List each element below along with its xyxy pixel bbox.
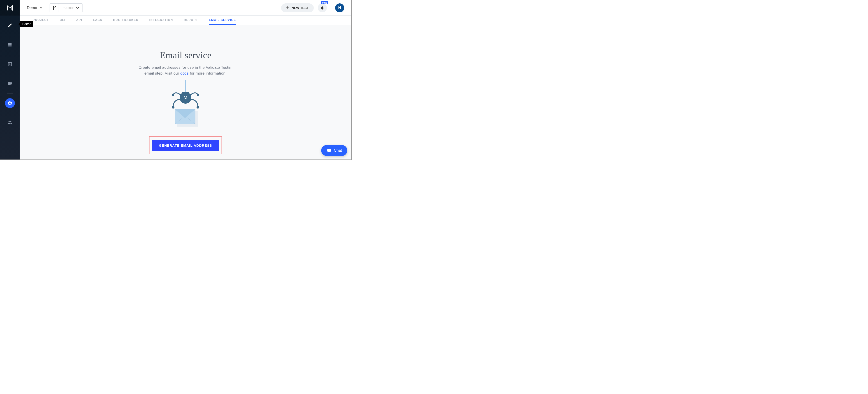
- branch-selector: master: [50, 3, 83, 12]
- sidebar-settings[interactable]: [5, 98, 15, 108]
- tab-bug-tracker[interactable]: BUG TRACKER: [113, 15, 138, 25]
- branch-dropdown[interactable]: master: [59, 6, 83, 10]
- svg-point-1: [11, 84, 11, 85]
- docs-link[interactable]: docs: [180, 71, 189, 75]
- svg-point-3: [55, 6, 56, 7]
- settings-tabs: PROJECTCLIAPILABSBUG TRACKERINTEGRATIONR…: [20, 15, 351, 25]
- branch-name: master: [62, 6, 73, 10]
- header-separator: [331, 4, 331, 12]
- tab-report[interactable]: REPORT: [184, 15, 198, 25]
- tab-email-service[interactable]: EMAIL SERVICE: [209, 15, 236, 25]
- main-area: Demo master NEW TEST 60%: [20, 0, 351, 160]
- new-test-label: NEW TEST: [292, 6, 309, 10]
- new-test-button[interactable]: NEW TEST: [281, 3, 314, 12]
- sidebar-team[interactable]: [5, 118, 15, 128]
- notification-badge: 60%: [321, 1, 328, 4]
- generate-email-button[interactable]: GENERATE EMAIL ADDRESS: [152, 140, 219, 151]
- project-name: Demo: [27, 6, 37, 10]
- tab-cli[interactable]: CLI: [60, 15, 65, 25]
- tab-labs[interactable]: LABS: [93, 15, 102, 25]
- svg-text:M: M: [183, 95, 188, 100]
- folder-gear-icon: [7, 81, 12, 86]
- bell-icon: [320, 6, 324, 10]
- svg-point-12: [182, 92, 184, 94]
- tab-project[interactable]: PROJECT: [33, 15, 49, 25]
- plus-icon: [286, 6, 289, 9]
- sidebar-runs[interactable]: [5, 59, 15, 69]
- svg-point-4: [53, 8, 54, 9]
- play-box-icon: [7, 62, 12, 67]
- svg-point-2: [53, 6, 54, 7]
- chevron-down-icon: [76, 6, 79, 9]
- notifications-button[interactable]: 60%: [318, 3, 327, 12]
- sidebar-separator-2: [7, 93, 13, 94]
- chat-button[interactable]: Chat: [321, 145, 347, 156]
- team-icon: [7, 120, 12, 125]
- chat-label: Chat: [334, 148, 342, 153]
- logo[interactable]: [0, 0, 20, 15]
- highlight-annotation: GENERATE EMAIL ADDRESS: [149, 136, 222, 154]
- user-avatar[interactable]: H: [335, 3, 344, 12]
- page-description: Create email addresses for use in the Va…: [138, 65, 232, 76]
- git-branch-icon: [53, 6, 56, 10]
- sidebar-tooltip: Editor: [20, 21, 33, 27]
- branch-icon-button[interactable]: [50, 3, 59, 12]
- tab-integration[interactable]: INTEGRATION: [149, 15, 173, 25]
- logo-icon: [6, 4, 14, 12]
- list-icon: [7, 42, 12, 47]
- svg-point-7: [197, 94, 199, 96]
- chevron-down-icon: [40, 6, 42, 9]
- tab-api[interactable]: API: [76, 15, 82, 25]
- svg-point-6: [172, 94, 174, 96]
- svg-point-13: [187, 92, 189, 94]
- pencil-icon: [7, 23, 12, 28]
- project-dropdown[interactable]: Demo: [27, 6, 42, 10]
- sidebar-folder-settings[interactable]: [5, 78, 15, 89]
- svg-point-9: [196, 106, 199, 108]
- top-header: Demo master NEW TEST 60%: [20, 0, 351, 15]
- svg-point-8: [172, 106, 175, 108]
- email-service-content: Email service Create email addresses for…: [20, 25, 351, 160]
- gear-icon: [7, 101, 12, 106]
- sidebar-list[interactable]: [5, 40, 15, 50]
- chat-icon: [327, 148, 332, 153]
- spider-envelope-illustration: M: [167, 80, 204, 130]
- sidebar-editor[interactable]: [5, 20, 15, 30]
- page-title: Email service: [160, 50, 211, 61]
- sidebar: [0, 0, 20, 160]
